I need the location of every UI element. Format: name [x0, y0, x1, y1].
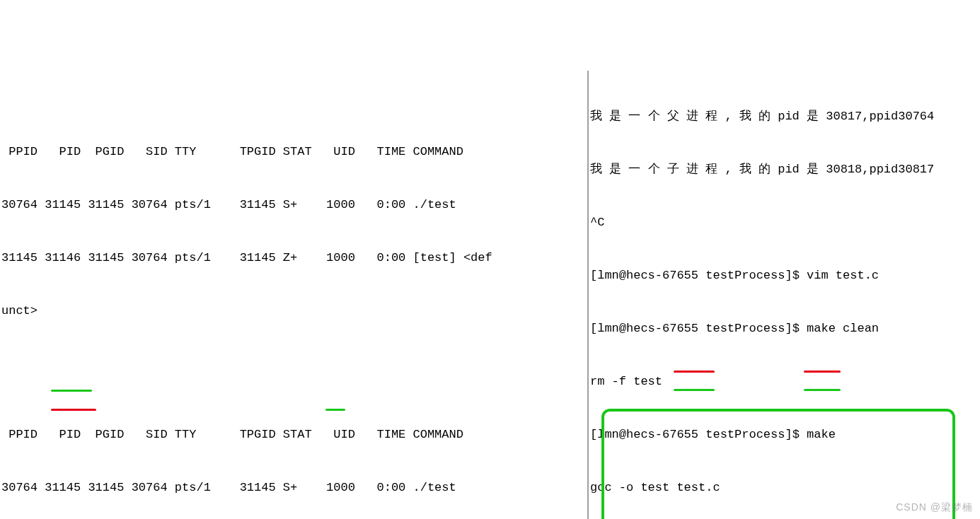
ps-output-block-2: PPID PID PGID SID TTY TPGID STAT UID TIM… — [1, 390, 587, 519]
ps-row-zombie: 31145 31146 31145 30764 pts/1 31145 Z+ 1… — [1, 249, 587, 267]
right-terminal-pane[interactable]: 我 是 一 个 父 进 程 , 我 的 pid 是 30817,ppid3076… — [589, 71, 980, 519]
output-line: gcc -o test test.c — [590, 479, 980, 496]
output-line: 我 是 一 个 子 进 程 , 我 的 pid 是 30818,ppid3081… — [590, 161, 980, 178]
watermark-text: CSDN @梁梦楠 — [896, 498, 973, 516]
left-terminal-pane[interactable]: PPID PID PGID SID TTY TPGID STAT UID TIM… — [0, 71, 589, 519]
ps-header: PPID PID PGID SID TTY TPGID STAT UID TIM… — [1, 143, 587, 161]
output-line: rm -f test — [590, 373, 980, 390]
output-line: 我 是 一 个 父 进 程 , 我 的 pid 是 30817,ppid3076… — [590, 107, 980, 125]
ps-output-block-1: PPID PID PGID SID TTY TPGID STAT UID TIM… — [1, 107, 587, 355]
ps-header: PPID PID PGID SID TTY TPGID STAT UID TIM… — [1, 426, 587, 443]
ps-row-test: 30764 31145 31145 30764 pts/1 31145 S+ 1… — [1, 479, 587, 496]
ps-row-wrap: unct> — [1, 302, 587, 320]
interrupt-signal: ^C — [590, 214, 980, 231]
shell-prompt-make-clean: [lmn@hecs-67655 testProcess]$ make clean — [590, 320, 980, 337]
shell-prompt-vim: [lmn@hecs-67655 testProcess]$ vim test.c — [590, 267, 980, 284]
shell-prompt-make: [lmn@hecs-67655 testProcess]$ make — [590, 426, 980, 443]
ps-row-test: 30764 31145 31145 30764 pts/1 31145 S+ 1… — [1, 196, 587, 214]
